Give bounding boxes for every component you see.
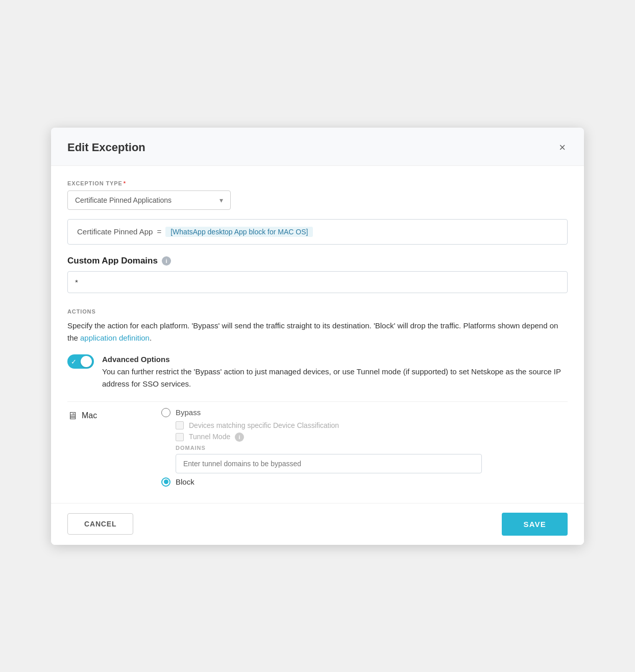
custom-app-domains-input[interactable]: [67, 271, 568, 293]
block-radio-row: Block: [161, 477, 568, 487]
tunnel-domains-input[interactable]: [176, 454, 482, 473]
divider: [67, 401, 568, 402]
platform-row-mac: 🖥 Mac Bypass Devices matching specific D…: [67, 408, 568, 487]
advanced-options-text: Advanced Options You can further restric…: [102, 353, 568, 390]
domains-section: DOMAINS: [176, 445, 568, 473]
domains-section-label: DOMAINS: [176, 445, 568, 451]
cert-value: [WhatsApp desktop App block for MAC OS]: [165, 227, 313, 237]
toggle-check-icon: ✓: [71, 357, 77, 365]
device-classification-label: Devices matching specific Device Classif…: [189, 421, 339, 429]
cert-label: Certificate Pinned App: [77, 227, 153, 236]
block-radio-label: Block: [176, 477, 194, 486]
cancel-button[interactable]: CANCEL: [67, 513, 133, 535]
cert-equals: =: [157, 227, 161, 236]
modal-header: Edit Exception ×: [51, 128, 584, 166]
application-definition-link[interactable]: application definition: [80, 333, 150, 342]
device-classification-checkbox-row: Devices matching specific Device Classif…: [176, 421, 568, 429]
exception-type-label: EXCEPTION TYPE*: [67, 180, 568, 186]
bypass-radio-label: Bypass: [176, 408, 201, 417]
edit-exception-modal: Edit Exception × EXCEPTION TYPE* Certifi…: [51, 128, 584, 545]
bypass-radio[interactable]: [161, 408, 170, 417]
platform-mac-label: 🖥 Mac: [67, 410, 149, 422]
mac-icon: 🖥: [67, 410, 78, 422]
modal-title: Edit Exception: [67, 141, 145, 154]
toggle-thumb: [81, 356, 92, 367]
block-radio-inner: [164, 479, 168, 484]
device-classification-checkbox: [176, 421, 184, 429]
modal-footer: CANCEL SAVE: [51, 503, 584, 545]
actions-label: ACTIONS: [67, 308, 568, 315]
exception-type-section: EXCEPTION TYPE* Certificate Pinned Appli…: [67, 180, 568, 210]
chevron-down-icon: ▾: [219, 196, 223, 204]
actions-section: ACTIONS Specify the action for each plat…: [67, 308, 568, 344]
advanced-options-row: ✓ Advanced Options You can further restr…: [67, 353, 568, 390]
actions-description: Specify the action for each platform. 'B…: [67, 320, 568, 344]
close-button[interactable]: ×: [557, 140, 568, 155]
tunnel-mode-label: Tunnel Mode i: [189, 433, 244, 442]
save-button[interactable]: SAVE: [502, 513, 568, 536]
exception-type-dropdown[interactable]: Certificate Pinned Applications ▾: [67, 190, 231, 210]
block-radio-indicator: [161, 477, 170, 487]
modal-body: EXCEPTION TYPE* Certificate Pinned Appli…: [51, 166, 584, 494]
cert-pinned-row: Certificate Pinned App = [WhatsApp deskt…: [67, 219, 568, 245]
required-star: *: [124, 180, 126, 186]
tunnel-mode-checkbox: [176, 433, 184, 441]
tunnel-mode-checkbox-row: Tunnel Mode i: [176, 433, 568, 442]
custom-app-domains-section: Custom App Domains i: [67, 256, 568, 304]
custom-app-domains-title: Custom App Domains i: [67, 256, 568, 266]
tunnel-mode-info-icon: i: [235, 433, 244, 442]
custom-app-domains-info-icon[interactable]: i: [162, 256, 171, 266]
bypass-radio-row: Bypass: [161, 408, 568, 417]
advanced-options-toggle[interactable]: ✓: [67, 354, 94, 369]
platform-mac-options: Bypass Devices matching specific Device …: [161, 408, 568, 487]
